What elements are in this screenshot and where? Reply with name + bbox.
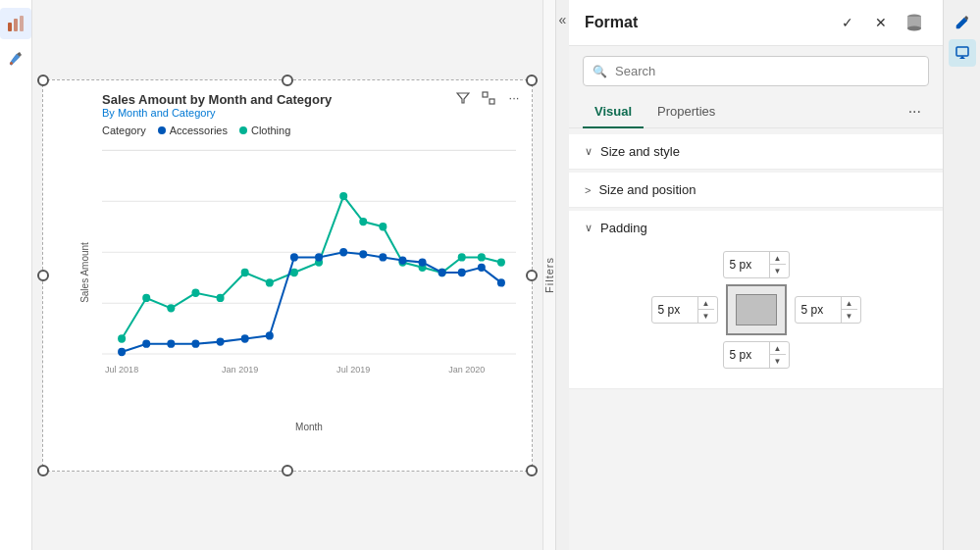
handle-bot-left[interactable] — [37, 465, 49, 476]
more-options-icon[interactable]: ··· — [504, 88, 524, 108]
format-title: Format — [585, 14, 638, 31]
brush-button[interactable] — [0, 43, 31, 75]
legend-clothing-dot — [239, 126, 247, 134]
svg-rect-2 — [20, 16, 24, 31]
svg-point-43 — [217, 337, 225, 345]
search-input[interactable] — [583, 56, 929, 86]
search-icon: 🔍 — [593, 65, 607, 78]
svg-point-50 — [379, 253, 387, 261]
svg-rect-60 — [956, 47, 968, 56]
padding-right-down[interactable]: ▼ — [842, 310, 857, 323]
svg-point-41 — [167, 339, 175, 347]
y-axis-label: Sales Amount — [79, 242, 90, 303]
svg-point-30 — [339, 191, 347, 199]
format-right-icons — [943, 0, 980, 550]
x-axis-label: Month — [295, 422, 323, 432]
chart-canvas: Sales Amount Month 200K 150K 100K 50K — [102, 140, 516, 405]
check-icon[interactable]: ✓ — [835, 10, 860, 35]
tabs-more[interactable]: ··· — [901, 99, 929, 125]
section-size-and-style-label: Size and style — [600, 144, 680, 159]
tab-visual[interactable]: Visual — [583, 96, 644, 128]
padding-section: ∨ Padding ▲ ▼ — [569, 211, 943, 389]
svg-point-22 — [142, 293, 150, 301]
collapse-button[interactable]: « — [555, 0, 569, 550]
svg-text:Jan 2020: Jan 2020 — [448, 364, 485, 374]
padding-right-up[interactable]: ▲ — [842, 297, 857, 310]
svg-point-42 — [191, 339, 199, 347]
padding-inner-box — [736, 294, 777, 325]
legend-accessories-dot — [158, 126, 166, 134]
padding-bottom-down[interactable]: ▼ — [770, 355, 786, 368]
svg-point-25 — [217, 293, 225, 301]
padding-label: Padding — [600, 221, 647, 235]
format-icon-inactive[interactable] — [949, 39, 976, 67]
padding-bottom-input-wrap: ▲ ▼ — [723, 341, 790, 369]
svg-point-48 — [339, 248, 347, 256]
padding-left-down[interactable]: ▼ — [698, 310, 714, 323]
svg-point-40 — [142, 339, 150, 347]
padding-section-header[interactable]: ∨ Padding — [585, 221, 927, 235]
svg-rect-1 — [14, 19, 18, 31]
format-panel: Format ✓ ✕ 🔍 — [569, 0, 943, 550]
svg-point-28 — [290, 268, 298, 275]
format-sections: ∨ Size and style > Size and position ∨ P — [569, 128, 943, 550]
tab-properties[interactable]: Properties — [645, 96, 727, 128]
padding-top-row: ▲ ▼ — [723, 251, 790, 278]
section-size-and-style-header: ∨ Size and style — [585, 144, 927, 159]
svg-marker-4 — [457, 93, 469, 103]
padding-left-up[interactable]: ▲ — [698, 297, 714, 310]
handle-top-right[interactable] — [526, 75, 538, 86]
svg-point-54 — [458, 268, 466, 275]
svg-point-51 — [398, 256, 406, 264]
svg-text:Jul 2019: Jul 2019 — [336, 364, 370, 374]
padding-right-spinners: ▲ ▼ — [841, 297, 857, 323]
chart-legend: Category Accessories Clothing — [102, 125, 516, 136]
chart-container[interactable]: ··· Sales Amount by Month and Category B… — [42, 79, 533, 472]
svg-point-32 — [379, 223, 387, 230]
padding-bottom-input[interactable] — [724, 346, 769, 364]
focus-icon[interactable] — [479, 88, 498, 108]
svg-point-46 — [290, 253, 298, 261]
handle-top-left[interactable] — [37, 75, 49, 86]
section-size-and-position-chevron: > — [585, 184, 591, 196]
filter-icon[interactable] — [453, 88, 473, 108]
svg-point-49 — [359, 250, 367, 258]
legend-accessories-label: Accessories — [170, 125, 228, 136]
svg-point-55 — [478, 263, 486, 271]
svg-point-47 — [315, 253, 323, 261]
padding-top-down[interactable]: ▼ — [770, 265, 786, 277]
section-size-and-position[interactable]: > Size and position — [569, 173, 943, 208]
svg-point-31 — [359, 217, 367, 225]
cylinder-icon[interactable] — [902, 10, 927, 35]
handle-mid-right[interactable] — [526, 270, 538, 281]
chart-type-button[interactable] — [0, 8, 31, 39]
handle-bot-right[interactable] — [526, 465, 538, 476]
padding-left-input[interactable] — [652, 301, 697, 319]
svg-point-44 — [241, 334, 249, 342]
svg-text:Jan 2019: Jan 2019 — [222, 364, 258, 374]
padding-top-input[interactable] — [724, 256, 769, 274]
side-toolbar — [0, 0, 32, 550]
svg-point-37 — [478, 253, 486, 261]
svg-point-59 — [907, 26, 921, 31]
handle-bot-mid[interactable] — [282, 465, 293, 476]
padding-top-up[interactable]: ▲ — [770, 252, 786, 265]
padding-right-input[interactable] — [796, 301, 841, 319]
format-icon-active[interactable] — [949, 8, 976, 35]
svg-rect-5 — [483, 92, 488, 97]
handle-mid-left[interactable] — [37, 270, 49, 281]
section-size-and-style[interactable]: ∨ Size and style — [569, 134, 943, 170]
search-box: 🔍 — [583, 56, 929, 86]
padding-bottom-up[interactable]: ▲ — [770, 342, 786, 355]
svg-point-21 — [118, 334, 126, 342]
svg-text:Jul 2018: Jul 2018 — [105, 364, 138, 374]
close-icon[interactable]: ✕ — [868, 10, 894, 35]
handle-top-mid[interactable] — [282, 75, 293, 86]
legend-accessories: Accessories — [158, 125, 228, 136]
padding-control: ▲ ▼ ▲ ▼ — [585, 251, 927, 369]
padding-center-box — [726, 284, 787, 335]
svg-point-38 — [497, 258, 505, 266]
filters-panel[interactable]: Filters — [542, 0, 555, 550]
section-size-and-position-label: Size and position — [598, 182, 696, 197]
svg-point-26 — [241, 268, 249, 275]
